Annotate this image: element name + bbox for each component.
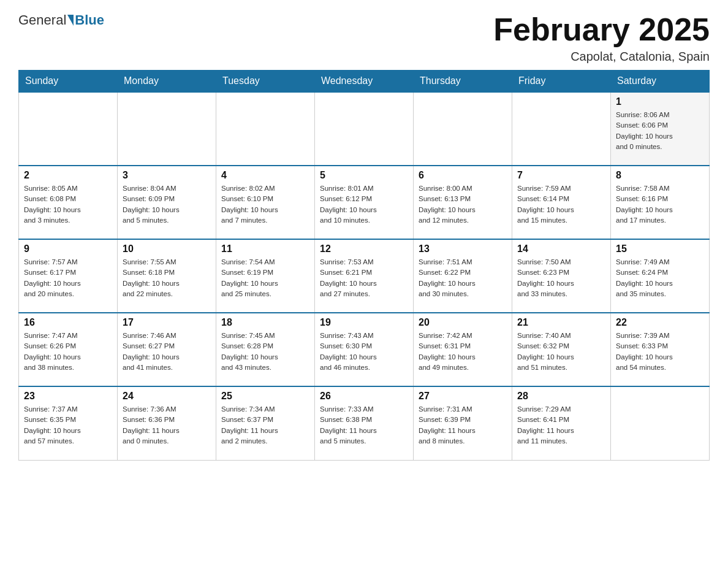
day-number: 19 bbox=[320, 317, 408, 328]
day-number: 15 bbox=[616, 243, 704, 255]
calendar-cell: 11Sunrise: 7:54 AMSunset: 6:19 PMDayligh… bbox=[216, 239, 315, 313]
day-info: Sunrise: 7:51 AMSunset: 6:22 PMDaylight:… bbox=[419, 257, 507, 299]
day-number: 4 bbox=[221, 170, 309, 181]
day-info: Sunrise: 7:53 AMSunset: 6:21 PMDaylight:… bbox=[320, 257, 408, 299]
day-info: Sunrise: 8:00 AMSunset: 6:13 PMDaylight:… bbox=[419, 183, 507, 226]
day-info: Sunrise: 7:43 AMSunset: 6:30 PMDaylight:… bbox=[320, 331, 408, 373]
day-number: 11 bbox=[221, 243, 309, 255]
day-info: Sunrise: 7:36 AMSunset: 6:36 PMDaylight:… bbox=[123, 404, 211, 446]
location-text: Capolat, Catalonia, Spain bbox=[493, 50, 710, 64]
calendar-cell: 22Sunrise: 7:39 AMSunset: 6:33 PMDayligh… bbox=[611, 313, 710, 386]
calendar-cell: 23Sunrise: 7:37 AMSunset: 6:35 PMDayligh… bbox=[19, 386, 118, 460]
day-header-friday: Friday bbox=[512, 71, 611, 93]
day-number: 3 bbox=[123, 170, 211, 181]
calendar-cell: 1Sunrise: 8:06 AMSunset: 6:06 PMDaylight… bbox=[611, 92, 710, 166]
calendar-cell: 17Sunrise: 7:46 AMSunset: 6:27 PMDayligh… bbox=[118, 313, 216, 386]
day-info: Sunrise: 7:33 AMSunset: 6:38 PMDaylight:… bbox=[320, 404, 408, 446]
day-info: Sunrise: 8:06 AMSunset: 6:06 PMDaylight:… bbox=[616, 110, 704, 152]
day-number: 17 bbox=[123, 317, 211, 328]
day-number: 10 bbox=[123, 243, 211, 255]
calendar-cell: 28Sunrise: 7:29 AMSunset: 6:41 PMDayligh… bbox=[512, 386, 611, 460]
day-number: 25 bbox=[221, 391, 309, 402]
day-info: Sunrise: 7:29 AMSunset: 6:41 PMDaylight:… bbox=[517, 404, 605, 446]
calendar-cell bbox=[315, 92, 414, 166]
day-info: Sunrise: 7:59 AMSunset: 6:14 PMDaylight:… bbox=[517, 183, 605, 226]
day-number: 8 bbox=[616, 170, 704, 181]
day-info: Sunrise: 7:49 AMSunset: 6:24 PMDaylight:… bbox=[616, 257, 704, 299]
calendar-cell bbox=[414, 92, 512, 166]
day-info: Sunrise: 7:54 AMSunset: 6:19 PMDaylight:… bbox=[221, 257, 309, 299]
day-header-saturday: Saturday bbox=[611, 71, 710, 93]
day-number: 23 bbox=[24, 391, 112, 402]
calendar-cell: 6Sunrise: 8:00 AMSunset: 6:13 PMDaylight… bbox=[414, 166, 512, 239]
day-info: Sunrise: 7:31 AMSunset: 6:39 PMDaylight:… bbox=[419, 404, 507, 446]
day-number: 2 bbox=[24, 170, 112, 181]
day-info: Sunrise: 8:05 AMSunset: 6:08 PMDaylight:… bbox=[24, 183, 112, 226]
calendar-cell bbox=[19, 92, 118, 166]
calendar-cell: 21Sunrise: 7:40 AMSunset: 6:32 PMDayligh… bbox=[512, 313, 611, 386]
day-header-tuesday: Tuesday bbox=[216, 71, 315, 93]
calendar-cell: 24Sunrise: 7:36 AMSunset: 6:36 PMDayligh… bbox=[118, 386, 216, 460]
day-number: 20 bbox=[419, 317, 507, 328]
calendar-cell bbox=[216, 92, 315, 166]
day-number: 6 bbox=[419, 170, 507, 181]
day-info: Sunrise: 8:01 AMSunset: 6:12 PMDaylight:… bbox=[320, 183, 408, 226]
logo: General Blue bbox=[18, 12, 104, 28]
calendar-cell: 8Sunrise: 7:58 AMSunset: 6:16 PMDaylight… bbox=[611, 166, 710, 239]
calendar-cell: 2Sunrise: 8:05 AMSunset: 6:08 PMDaylight… bbox=[19, 166, 118, 239]
day-number: 16 bbox=[24, 317, 112, 328]
day-number: 5 bbox=[320, 170, 408, 181]
day-number: 14 bbox=[517, 243, 605, 255]
day-number: 7 bbox=[517, 170, 605, 181]
day-header-wednesday: Wednesday bbox=[315, 71, 414, 93]
day-info: Sunrise: 7:57 AMSunset: 6:17 PMDaylight:… bbox=[24, 257, 112, 299]
day-number: 26 bbox=[320, 391, 408, 402]
day-info: Sunrise: 7:42 AMSunset: 6:31 PMDaylight:… bbox=[419, 331, 507, 373]
calendar-cell bbox=[118, 92, 216, 166]
day-info: Sunrise: 7:34 AMSunset: 6:37 PMDaylight:… bbox=[221, 404, 309, 446]
calendar-header-row: SundayMondayTuesdayWednesdayThursdayFrid… bbox=[19, 71, 710, 93]
day-info: Sunrise: 7:55 AMSunset: 6:18 PMDaylight:… bbox=[123, 257, 211, 299]
day-number: 27 bbox=[419, 391, 507, 402]
day-number: 28 bbox=[517, 391, 605, 402]
calendar-cell: 7Sunrise: 7:59 AMSunset: 6:14 PMDaylight… bbox=[512, 166, 611, 239]
day-info: Sunrise: 7:50 AMSunset: 6:23 PMDaylight:… bbox=[517, 257, 605, 299]
calendar-table: SundayMondayTuesdayWednesdayThursdayFrid… bbox=[18, 70, 710, 461]
day-info: Sunrise: 8:02 AMSunset: 6:10 PMDaylight:… bbox=[221, 183, 309, 226]
week-row-1: 1Sunrise: 8:06 AMSunset: 6:06 PMDaylight… bbox=[19, 92, 710, 166]
day-header-sunday: Sunday bbox=[19, 71, 118, 93]
day-header-monday: Monday bbox=[118, 71, 216, 93]
logo-general-text: General bbox=[18, 12, 66, 28]
week-row-2: 2Sunrise: 8:05 AMSunset: 6:08 PMDaylight… bbox=[19, 166, 710, 239]
calendar-cell: 25Sunrise: 7:34 AMSunset: 6:37 PMDayligh… bbox=[216, 386, 315, 460]
calendar-cell: 4Sunrise: 8:02 AMSunset: 6:10 PMDaylight… bbox=[216, 166, 315, 239]
calendar-cell: 14Sunrise: 7:50 AMSunset: 6:23 PMDayligh… bbox=[512, 239, 611, 313]
calendar-cell: 13Sunrise: 7:51 AMSunset: 6:22 PMDayligh… bbox=[414, 239, 512, 313]
calendar-cell bbox=[512, 92, 611, 166]
week-row-4: 16Sunrise: 7:47 AMSunset: 6:26 PMDayligh… bbox=[19, 313, 710, 386]
week-row-3: 9Sunrise: 7:57 AMSunset: 6:17 PMDaylight… bbox=[19, 239, 710, 313]
logo-arrow-icon bbox=[67, 15, 74, 26]
day-number: 12 bbox=[320, 243, 408, 255]
day-number: 18 bbox=[221, 317, 309, 328]
day-number: 1 bbox=[616, 96, 704, 107]
day-info: Sunrise: 7:58 AMSunset: 6:16 PMDaylight:… bbox=[616, 183, 704, 226]
logo-blue-text: Blue bbox=[75, 12, 104, 28]
page-header: General Blue February 2025 Capolat, Cata… bbox=[18, 12, 710, 64]
day-info: Sunrise: 7:40 AMSunset: 6:32 PMDaylight:… bbox=[517, 331, 605, 373]
calendar-cell: 18Sunrise: 7:45 AMSunset: 6:28 PMDayligh… bbox=[216, 313, 315, 386]
day-header-thursday: Thursday bbox=[414, 71, 512, 93]
day-number: 22 bbox=[616, 317, 704, 328]
calendar-cell: 20Sunrise: 7:42 AMSunset: 6:31 PMDayligh… bbox=[414, 313, 512, 386]
calendar-cell: 15Sunrise: 7:49 AMSunset: 6:24 PMDayligh… bbox=[611, 239, 710, 313]
calendar-cell: 9Sunrise: 7:57 AMSunset: 6:17 PMDaylight… bbox=[19, 239, 118, 313]
title-section: February 2025 Capolat, Catalonia, Spain bbox=[493, 12, 710, 64]
day-number: 9 bbox=[24, 243, 112, 255]
calendar-cell bbox=[611, 386, 710, 460]
month-title: February 2025 bbox=[493, 12, 710, 47]
day-info: Sunrise: 7:37 AMSunset: 6:35 PMDaylight:… bbox=[24, 404, 112, 446]
day-info: Sunrise: 8:04 AMSunset: 6:09 PMDaylight:… bbox=[123, 183, 211, 226]
day-info: Sunrise: 7:45 AMSunset: 6:28 PMDaylight:… bbox=[221, 331, 309, 373]
calendar-cell: 5Sunrise: 8:01 AMSunset: 6:12 PMDaylight… bbox=[315, 166, 414, 239]
day-info: Sunrise: 7:46 AMSunset: 6:27 PMDaylight:… bbox=[123, 331, 211, 373]
